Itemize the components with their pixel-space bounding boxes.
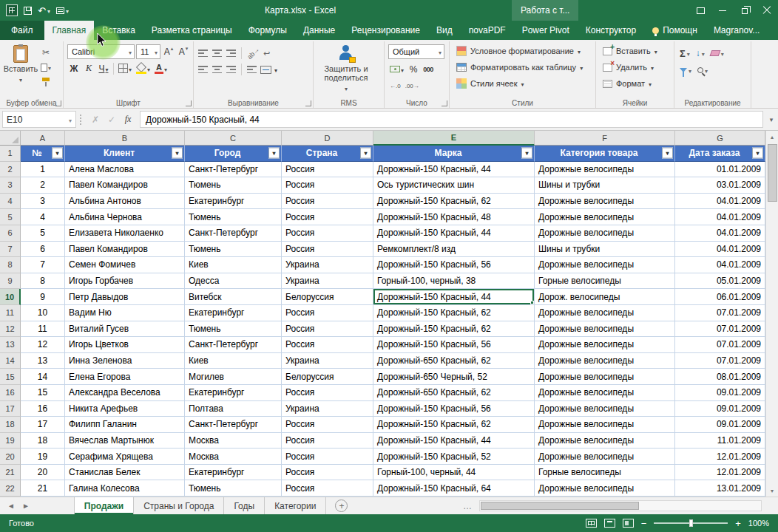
column-header-F[interactable]: F <box>535 131 675 146</box>
column-header-D[interactable]: D <box>282 131 373 146</box>
cell-G12[interactable]: 07.01.2009 <box>675 321 765 338</box>
cell-D11[interactable]: Россия <box>282 305 373 321</box>
font-dialog-launcher[interactable] <box>186 100 192 106</box>
cell-G21[interactable]: 12.01.2009 <box>675 465 765 481</box>
cell-B6[interactable]: Елизавета Николаенко <box>65 225 185 242</box>
sheet-tab-strany-i-goroda[interactable]: Страны и Города <box>134 497 224 514</box>
cell-C4[interactable]: Екатеринбург <box>185 194 282 210</box>
row-header-22[interactable]: 22 <box>0 480 21 497</box>
cell-C9[interactable]: Одесса <box>185 273 282 290</box>
cell-E21[interactable]: Горный-100, черный, 44 <box>373 465 535 481</box>
cell-D14[interactable]: Украина <box>282 353 373 369</box>
cell-F10[interactable]: Дорож. велосипеды <box>535 289 675 305</box>
cell-D7[interactable]: Россия <box>282 242 373 258</box>
row-header-11[interactable]: 11 <box>0 305 21 321</box>
row-header-6[interactable]: 6 <box>0 225 21 242</box>
filter-button-C[interactable] <box>268 148 280 159</box>
cell-B7[interactable]: Павел Командиров <box>65 242 185 258</box>
next-sheet-icon[interactable] <box>22 502 30 510</box>
format-painter-icon[interactable] <box>38 76 54 88</box>
cell-C13[interactable]: Санкт-Петербург <box>185 337 282 353</box>
decrease-font-icon[interactable]: ▾ <box>177 44 190 59</box>
column-header-A[interactable]: A <box>21 131 65 146</box>
cell-A21[interactable]: 20 <box>21 465 65 481</box>
row-header-20[interactable]: 20 <box>0 449 21 465</box>
save-icon[interactable] <box>24 7 32 15</box>
cell-C15[interactable]: Могилев <box>185 369 282 385</box>
cell-B14[interactable]: Инна Зеленова <box>65 353 185 369</box>
decrease-decimal-icon[interactable] <box>404 79 421 94</box>
ribbon-tab-assistant[interactable]: Помощн <box>644 21 706 40</box>
prev-sheet-icon[interactable] <box>7 502 15 510</box>
cell-F21[interactable]: Горные велосипеды <box>535 465 675 481</box>
cell-E18[interactable]: Дорожный-150 Красный, 62 <box>373 417 535 433</box>
row-header-21[interactable]: 21 <box>0 465 21 481</box>
cell-D16[interactable]: Россия <box>282 385 373 401</box>
ribbon-tab-account[interactable]: Magranov... <box>706 21 768 40</box>
cell-B13[interactable]: Игорь Цветков <box>65 337 185 353</box>
row-header-5[interactable]: 5 <box>0 209 21 225</box>
cell-D3[interactable]: Россия <box>282 177 373 194</box>
minimize-button[interactable] <box>711 0 734 21</box>
sheet-tab-gody[interactable]: Годы <box>224 497 265 514</box>
cell-G18[interactable]: 09.01.2009 <box>675 417 765 433</box>
cell-D15[interactable]: Белоруссия <box>282 369 373 385</box>
sort-filter-icon[interactable] <box>680 64 691 77</box>
cell-A6[interactable]: 5 <box>21 225 65 242</box>
ribbon-tab-home[interactable]: Главная <box>44 21 95 40</box>
cell-C10[interactable]: Витебск <box>185 289 282 305</box>
cell-E16[interactable]: Дорожный-650 Красный, 62 <box>373 385 535 401</box>
cell-E7[interactable]: Ремкомплект/8 изд <box>373 242 535 258</box>
cell-G3[interactable]: 03.01.2009 <box>675 177 765 194</box>
cell-E5[interactable]: Дорожный-150 Красный, 48 <box>373 209 535 225</box>
cell-G1[interactable]: Дата заказа <box>675 146 765 162</box>
cell-E15[interactable]: Дорожный-650 Черный, 52 <box>373 369 535 385</box>
enter-icon[interactable] <box>105 115 118 125</box>
cell-D20[interactable]: Россия <box>282 449 373 465</box>
row-header-12[interactable]: 12 <box>0 321 21 338</box>
row-header-3[interactable]: 3 <box>0 177 21 194</box>
select-all-corner[interactable] <box>0 131 21 146</box>
zoom-slider-thumb[interactable] <box>689 519 693 527</box>
font-color-icon[interactable] <box>153 61 169 76</box>
cell-G6[interactable]: 04.01.2009 <box>675 225 765 242</box>
restore-button[interactable] <box>734 0 756 21</box>
row-header-7[interactable]: 7 <box>0 242 21 258</box>
cell-G7[interactable]: 04.01.2009 <box>675 242 765 258</box>
cell-E3[interactable]: Ось туристических шин <box>373 177 535 194</box>
filter-button-G[interactable] <box>752 148 763 159</box>
cell-B4[interactable]: Альбина Антонов <box>65 194 185 210</box>
cell-C2[interactable]: Санкт-Петербург <box>185 162 282 178</box>
comma-style-button[interactable]: 000 <box>422 62 435 77</box>
cell-C3[interactable]: Тюмень <box>185 177 282 194</box>
increase-font-icon[interactable]: ▴ <box>162 44 175 59</box>
cell-D17[interactable]: Украина <box>282 401 373 417</box>
cell-A9[interactable]: 8 <box>21 273 65 290</box>
cell-B12[interactable]: Виталий Гусев <box>65 321 185 338</box>
row-header-1[interactable]: 1 <box>0 146 21 162</box>
cell-E12[interactable]: Дорожный-150 Красный, 62 <box>373 321 535 338</box>
align-center-icon[interactable] <box>212 65 223 74</box>
cell-C8[interactable]: Киев <box>185 257 282 273</box>
cell-B10[interactable]: Петр Давыдов <box>65 289 185 305</box>
cell-B5[interactable]: Альбина Чернова <box>65 209 185 225</box>
row-header-14[interactable]: 14 <box>0 353 21 369</box>
page-break-view-icon[interactable] <box>623 519 634 528</box>
cell-A1[interactable]: № <box>21 146 65 162</box>
close-button[interactable] <box>756 0 778 21</box>
name-box[interactable]: E10 <box>2 111 76 128</box>
protect-and-share-button[interactable]: Защитить и поделиться <box>317 43 375 92</box>
cell-G16[interactable]: 09.01.2009 <box>675 385 765 401</box>
cell-C18[interactable]: Санкт-Петербург <box>185 417 282 433</box>
cell-A20[interactable]: 19 <box>21 449 65 465</box>
filter-button-E[interactable] <box>521 148 532 159</box>
find-select-icon[interactable] <box>697 64 708 77</box>
number-dialog-launcher[interactable] <box>442 100 447 106</box>
cell-A14[interactable]: 13 <box>21 353 65 369</box>
cell-A22[interactable]: 21 <box>21 480 65 497</box>
cell-F11[interactable]: Дорожные велосипеды <box>535 305 675 321</box>
font-size-combo[interactable]: 11 <box>136 44 160 59</box>
row-header-2[interactable]: 2 <box>0 162 21 178</box>
cell-A8[interactable]: 7 <box>21 257 65 273</box>
ribbon-tab-formulas[interactable]: Формулы <box>240 21 295 40</box>
